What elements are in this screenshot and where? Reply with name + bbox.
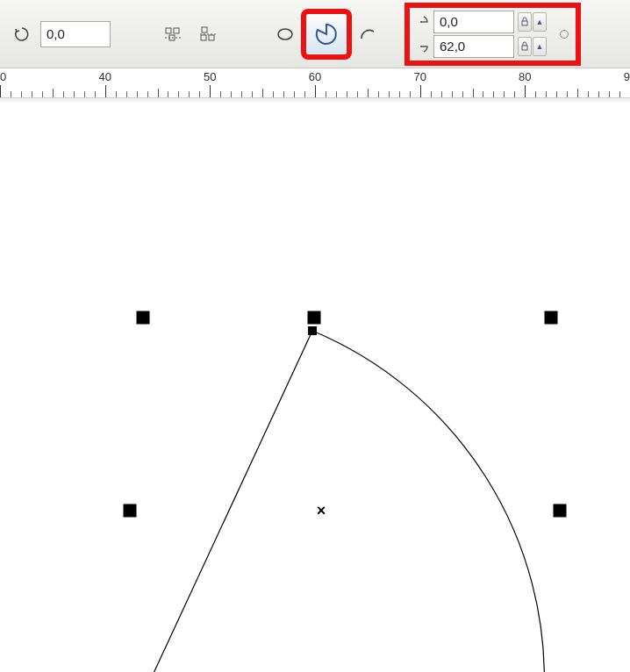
ruler-tick (535, 91, 536, 97)
ruler-tick (283, 91, 284, 97)
start-angle-lock-icon[interactable] (518, 12, 532, 32)
ellipse-shape-button[interactable] (270, 19, 300, 49)
ruler-tick (42, 91, 43, 97)
ruler-tick (577, 89, 578, 97)
align-button-2[interactable] (193, 19, 223, 49)
property-toolbar: 0,0 (0, 0, 630, 68)
start-angle-icon (412, 13, 430, 31)
pie-shape-path[interactable] (7, 116, 623, 665)
canvas-inner[interactable]: × (7, 116, 623, 665)
end-angle-icon (412, 38, 430, 55)
ruler-tick (158, 89, 159, 97)
ruler-tick (0, 85, 1, 97)
ruler-tick (357, 91, 358, 97)
ruler-tick (63, 91, 64, 97)
start-angle-up-icon[interactable]: ▲ (533, 12, 547, 32)
ruler-tick (53, 89, 54, 97)
ruler-tick (210, 85, 211, 97)
rotation-angle-input[interactable]: 0,0 (40, 21, 111, 47)
ruler-tick (252, 91, 253, 97)
ruler-tick (178, 91, 179, 97)
ruler-tick (294, 91, 295, 97)
rotation-angle-value: 0,0 (47, 26, 65, 41)
selection-handle[interactable] (545, 311, 558, 325)
ruler-tick (567, 91, 568, 97)
ruler-tick (493, 91, 494, 97)
start-angle-spinners: ▲ (518, 12, 547, 32)
svg-rect-0 (166, 28, 171, 33)
ruler-tick (368, 89, 369, 97)
svg-rect-12 (522, 46, 527, 50)
ruler-tick (452, 91, 453, 97)
svg-point-11 (420, 46, 422, 47)
ruler-label: 40 (98, 70, 111, 83)
arc-shape-button[interactable] (353, 19, 383, 49)
svg-rect-7 (201, 35, 206, 40)
end-angle-row: 62,0 ▲ (412, 35, 547, 58)
ruler-tick (105, 85, 106, 97)
selection-handle[interactable] (554, 504, 567, 518)
ruler-tick (273, 91, 274, 97)
ruler-tick (315, 85, 316, 97)
ruler-tick (431, 91, 432, 97)
ruler-tick (168, 91, 168, 97)
ruler-tick (389, 91, 390, 97)
start-angle-input[interactable]: 0,0 (433, 11, 514, 33)
ruler-tick (147, 91, 148, 97)
rotate-icon[interactable] (7, 19, 37, 49)
ruler-tick (609, 91, 610, 97)
ruler-tick (74, 91, 75, 97)
svg-rect-1 (174, 28, 179, 33)
ruler-tick (336, 91, 337, 97)
end-angle-up-icon[interactable]: ▲ (533, 37, 547, 56)
ruler-tick (588, 91, 589, 97)
ruler-tick (199, 91, 200, 97)
ruler-tick (189, 91, 190, 97)
ruler-tick (137, 91, 138, 97)
ruler-tick (556, 91, 557, 97)
ruler-tick (231, 91, 232, 97)
ruler-tick (619, 91, 620, 97)
angles-column: 0,0 ▲ 62,0 (412, 11, 547, 58)
selection-handle[interactable] (308, 311, 321, 325)
ruler-tick (525, 85, 526, 97)
svg-rect-6 (209, 35, 214, 40)
ruler-tick (220, 91, 221, 97)
ruler-tick (462, 91, 463, 97)
svg-point-9 (420, 21, 422, 23)
ruler-tick (304, 91, 305, 97)
align-button-1[interactable] (158, 19, 188, 49)
ruler-tick (514, 91, 515, 97)
svg-point-8 (278, 29, 292, 39)
end-angle-spinners: ▲ (518, 37, 547, 56)
drawing-canvas[interactable]: × (0, 98, 630, 672)
center-marker: × (317, 502, 326, 520)
ruler-tick (21, 91, 22, 97)
rotation-angle-group: 0,0 (7, 19, 111, 49)
shape-node-handle[interactable] (308, 326, 317, 335)
ruler-tick (410, 91, 411, 97)
ruler-tick (84, 91, 85, 97)
selection-handle[interactable] (124, 504, 137, 518)
pie-shape-button[interactable] (305, 13, 347, 55)
ruler-tick (241, 91, 242, 97)
ruler-tick (399, 91, 400, 97)
ruler-label: 70 (413, 70, 426, 83)
ruler-tick (11, 91, 11, 97)
svg-rect-4 (202, 27, 207, 32)
degree-ring-icon (555, 25, 573, 43)
ruler-tick (378, 91, 379, 97)
ruler-tick (32, 91, 32, 97)
ruler-label: 30 (0, 70, 6, 83)
ruler-tick (116, 91, 117, 97)
ruler-tick (126, 91, 127, 97)
ruler-tick (347, 91, 347, 97)
ruler-tick (546, 91, 547, 97)
end-angle-value: 62,0 (440, 39, 465, 54)
selection-handle[interactable] (137, 311, 150, 325)
end-angle-lock-icon[interactable] (518, 37, 532, 56)
ruler-label: 80 (519, 70, 531, 83)
ruler-tick (483, 91, 483, 97)
end-angle-input[interactable]: 62,0 (433, 35, 514, 58)
ruler-label: 90 (624, 70, 630, 83)
